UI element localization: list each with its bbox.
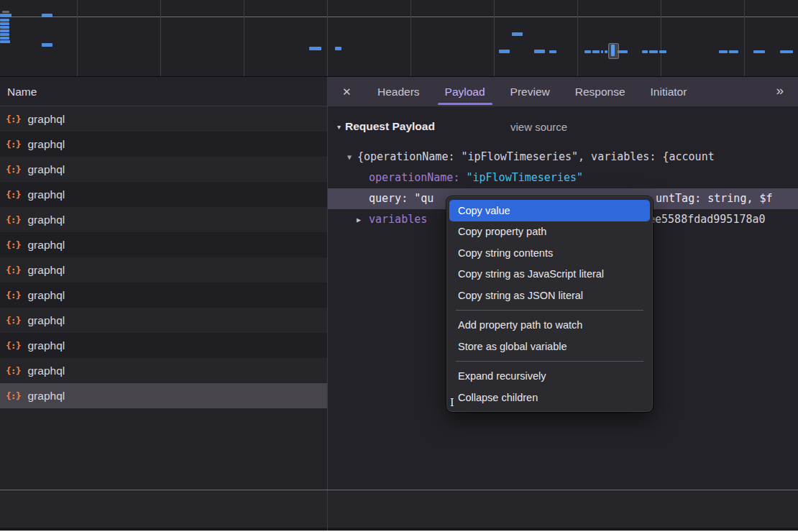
json-braces-icon: {:}	[6, 315, 20, 326]
request-row[interactable]: {:}graphql	[0, 232, 327, 257]
json-braces-icon: {:}	[6, 189, 20, 200]
waterfall-bar	[309, 47, 321, 50]
view-source-link[interactable]: view source	[510, 121, 567, 133]
waterfall-bar	[42, 43, 52, 47]
waterfall-bar	[0, 14, 12, 17]
requests-pane: Name {:}graphql{:}graphql{:}graphql{:}gr…	[0, 77, 327, 532]
waterfall-bar	[605, 50, 607, 53]
menu-separator	[456, 361, 643, 362]
waterfall-bar	[584, 50, 591, 53]
name-column-label: Name	[7, 86, 37, 98]
request-row[interactable]: {:}graphql	[0, 182, 327, 207]
waterfall-bar	[649, 50, 658, 53]
waterfall-bar	[659, 50, 666, 53]
json-braces-icon: {:}	[6, 265, 20, 275]
menu-item-copy-string-js-literal[interactable]: Copy string as JavaScript literal	[446, 264, 653, 285]
overview-baseline	[0, 17, 798, 17]
waterfall-bar	[499, 50, 510, 53]
footer-separator	[0, 490, 798, 490]
json-braces-icon: {:}	[6, 365, 20, 376]
request-payload-section-header[interactable]: ▾ Request Payload view source	[328, 120, 798, 142]
waterfall-bar	[512, 32, 523, 36]
request-name: graphql	[27, 339, 65, 352]
expand-caret-icon[interactable]: ▼	[347, 147, 352, 168]
waterfall-bar	[642, 50, 648, 53]
json-braces-icon: {:}	[6, 239, 20, 250]
waterfall-bar	[42, 14, 52, 17]
request-row[interactable]: {:}graphql	[0, 358, 327, 383]
network-overview-timeline[interactable]	[0, 0, 798, 77]
name-column-header[interactable]: Name	[0, 77, 327, 106]
tab-payload[interactable]: Payload	[438, 77, 492, 106]
tab-initiator[interactable]: Initiator	[643, 77, 694, 106]
request-name: graphql	[27, 214, 65, 226]
variables-preview-fragment: ee5588fdad995178a0	[648, 209, 766, 230]
menu-item-copy-value[interactable]: Copy value	[449, 200, 650, 221]
waterfall-bar	[780, 50, 793, 53]
overview-gridline	[577, 0, 578, 76]
request-row[interactable]: {:}graphql	[0, 383, 327, 408]
section-title: Request Payload	[345, 120, 435, 133]
waterfall-bar	[729, 50, 738, 53]
waterfall-bar	[719, 50, 728, 53]
waterfall-bar	[0, 19, 9, 22]
tab-preview[interactable]: Preview	[503, 77, 557, 106]
collapsed-caret-icon[interactable]: ▶	[357, 209, 361, 230]
property-key: variables	[369, 209, 427, 230]
tab-headers[interactable]: Headers	[370, 77, 427, 106]
menu-item-add-property-path-watch[interactable]: Add property path to watch	[446, 315, 653, 336]
request-list: {:}graphql{:}graphql{:}graphql{:}graphql…	[0, 106, 327, 408]
request-name: graphql	[27, 390, 65, 403]
tree-row-operation-name[interactable]: operationName: "ipFlowTimeseries"	[328, 168, 798, 188]
request-row[interactable]: {:}graphql	[0, 157, 327, 182]
menu-item-store-global-variable[interactable]: Store as global variable	[446, 336, 653, 357]
waterfall-bar	[2, 11, 9, 13]
waterfall-bar	[534, 50, 545, 53]
menu-item-expand-recursively[interactable]: Expand recursively	[446, 366, 653, 387]
pane-divider[interactable]	[327, 77, 328, 531]
waterfall-bar	[549, 50, 556, 53]
selected-request-marker-bar	[611, 45, 615, 56]
waterfall-bar	[601, 50, 603, 53]
more-tabs-icon[interactable]: »	[776, 83, 782, 98]
json-braces-icon: {:}	[6, 164, 20, 175]
waterfall-bar	[592, 50, 600, 53]
request-name: graphql	[27, 163, 65, 176]
json-braces-icon: {:}	[6, 390, 20, 401]
request-name: graphql	[27, 314, 65, 327]
menu-separator	[456, 310, 643, 311]
waterfall-bar	[753, 50, 765, 53]
request-row[interactable]: {:}graphql	[0, 333, 327, 358]
property-key: operationName:	[369, 171, 459, 184]
json-braces-icon: {:}	[6, 139, 20, 150]
root-object-preview: {operationName: "ipFlowTimeseries", vari…	[357, 147, 715, 168]
context-menu: Copy value Copy property path Copy strin…	[446, 196, 653, 412]
waterfall-bar	[0, 22, 9, 25]
request-row[interactable]: {:}graphql	[0, 132, 327, 157]
overview-gridline	[160, 0, 161, 76]
json-braces-icon: {:}	[6, 114, 20, 124]
menu-item-collapse-children[interactable]: Collapse children	[446, 387, 653, 408]
request-name: graphql	[27, 138, 65, 151]
request-name: graphql	[27, 188, 65, 201]
menu-item-copy-string-json-literal[interactable]: Copy string as JSON literal	[446, 285, 653, 306]
request-row[interactable]: {:}graphql	[0, 257, 327, 283]
close-icon[interactable]: ✕	[342, 86, 359, 98]
request-row[interactable]: {:}graphql	[0, 207, 327, 232]
menu-item-copy-string-contents[interactable]: Copy string contents	[446, 242, 653, 264]
section-collapse-icon[interactable]: ▾	[337, 123, 341, 131]
tree-row-root[interactable]: ▼ {operationName: "ipFlowTimeseries", va…	[328, 147, 798, 168]
request-row[interactable]: {:}graphql	[0, 106, 327, 132]
tab-response[interactable]: Response	[568, 77, 633, 106]
request-row[interactable]: {:}graphql	[0, 283, 327, 308]
waterfall-bar	[0, 29, 9, 32]
waterfall-bar	[618, 50, 628, 53]
menu-item-copy-property-path[interactable]: Copy property path	[446, 221, 653, 243]
details-tabbar: ✕ Headers Payload Preview Response Initi…	[328, 77, 798, 106]
request-name: graphql	[27, 239, 65, 252]
request-row[interactable]: {:}graphql	[0, 308, 327, 333]
overview-gridline	[244, 0, 244, 76]
json-braces-icon: {:}	[6, 340, 20, 351]
waterfall-bar	[335, 47, 341, 50]
overview-gridline	[411, 0, 411, 76]
